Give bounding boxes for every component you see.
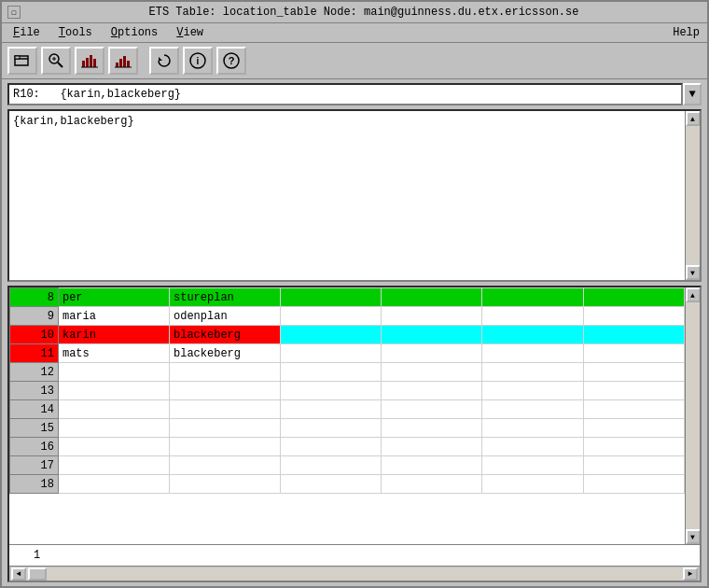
search-button[interactable]	[41, 47, 71, 75]
menu-view[interactable]: View	[173, 25, 207, 40]
svg-rect-8	[90, 55, 92, 67]
table-row: 9 maria odenplan	[10, 307, 685, 326]
table-container: 8 per stureplan 9 maria odenpla	[7, 286, 702, 582]
table-content: 8 per stureplan 9 maria odenpla	[9, 287, 685, 544]
svg-rect-1	[15, 56, 20, 59]
svg-rect-12	[119, 59, 122, 67]
cell-11-6	[583, 344, 684, 363]
row-num-16: 16	[10, 438, 59, 456]
cell-8-3	[281, 288, 382, 307]
cell-8-4	[382, 288, 482, 307]
table-row: 8 per stureplan	[10, 288, 685, 307]
table-scroll-area: 8 per stureplan 9 maria odenpla	[9, 287, 700, 544]
help-button[interactable]: ?	[216, 47, 246, 75]
menu-bar: File Tools Options View Help	[2, 23, 707, 43]
main-window: ☐ ETS Table: location_table Node: main@g…	[0, 0, 709, 588]
svg-line-3	[58, 63, 63, 67]
refresh-icon	[155, 51, 174, 70]
chart-icon	[80, 51, 99, 70]
cell-9-3	[281, 307, 382, 326]
table-row: 10 karin blackeberg	[10, 326, 685, 344]
info-button[interactable]: i	[183, 47, 213, 75]
info-icon: i	[188, 51, 207, 70]
question-icon: ?	[222, 51, 241, 70]
cell-10-1: karin	[58, 326, 169, 344]
cell-10-2: blackeberg	[169, 326, 280, 344]
cell-8-1: per	[58, 288, 169, 307]
menu-options[interactable]: Options	[107, 25, 161, 40]
cell-8-2: stureplan	[169, 288, 280, 307]
row-num-8: 8	[10, 288, 59, 307]
table-row: 15	[10, 419, 685, 438]
status-bar: 1	[9, 544, 700, 566]
row-num-15: 15	[10, 419, 59, 438]
svg-rect-14	[127, 61, 130, 67]
row-num-9: 9	[10, 307, 59, 326]
table-scroll-up-button[interactable]: ▲	[686, 287, 701, 302]
table-row: 14	[10, 400, 685, 419]
table-row: 12	[10, 363, 685, 382]
chart-button[interactable]	[75, 47, 104, 75]
cell-9-6	[583, 307, 684, 326]
hscroll-right-button[interactable]: ►	[683, 567, 698, 581]
cell-10-4	[382, 326, 482, 344]
cell-11-3	[281, 344, 382, 363]
row-num-11: 11	[10, 344, 59, 363]
menu-help[interactable]: Help	[669, 25, 703, 40]
refresh-button[interactable]	[149, 47, 179, 75]
cell-8-5	[482, 288, 583, 307]
cell-10-3	[281, 326, 382, 344]
table-scroll-down-button[interactable]: ▼	[686, 529, 701, 544]
bar-chart-icon	[114, 51, 132, 70]
row-num-13: 13	[10, 382, 59, 400]
combo-bar: ▼	[2, 79, 707, 109]
toolbar: i ?	[2, 43, 707, 79]
menu-tools[interactable]: Tools	[55, 25, 96, 40]
row-num-18: 18	[10, 475, 59, 494]
cell-8-6	[583, 288, 684, 307]
row-num-12: 12	[10, 363, 59, 382]
table-row: 17	[10, 456, 685, 475]
menu-file[interactable]: File	[9, 25, 44, 40]
svg-rect-6	[82, 61, 85, 67]
page-number: 1	[15, 547, 59, 564]
window-title: ETS Table: location_table Node: main@gui…	[26, 6, 702, 19]
row-num-14: 14	[10, 400, 59, 419]
cell-10-6	[583, 326, 684, 344]
chart2-button[interactable]	[108, 47, 138, 75]
table-row: 18	[10, 475, 685, 494]
table-row: 13	[10, 382, 685, 400]
title-bar: ☐ ETS Table: location_table Node: main@g…	[2, 2, 707, 23]
svg-rect-11	[116, 63, 118, 67]
hscroll-track[interactable]	[26, 567, 683, 581]
cell-9-5	[482, 307, 583, 326]
hscroll-left-button[interactable]: ◄	[11, 567, 26, 581]
horizontal-scrollbar: ◄ ►	[9, 566, 700, 581]
table-row: 11 mats blackeberg	[10, 344, 685, 363]
scroll-down-button[interactable]: ▼	[686, 265, 701, 280]
vertical-scrollbar: ▲ ▼	[685, 111, 700, 280]
row-num-10: 10	[10, 326, 59, 344]
search-icon	[47, 51, 65, 70]
window-icon[interactable]: ☐	[7, 6, 21, 19]
combo-dropdown-button[interactable]: ▼	[683, 83, 702, 105]
open-button[interactable]	[7, 47, 37, 75]
row-num-17: 17	[10, 456, 59, 475]
table-row: 16	[10, 438, 685, 456]
scroll-track[interactable]	[686, 126, 701, 265]
text-content: {karin,blackeberg}	[13, 115, 134, 128]
open-icon	[13, 51, 32, 70]
combo-input[interactable]	[7, 83, 683, 105]
table-vertical-scrollbar: ▲ ▼	[685, 287, 700, 544]
cell-9-2: odenplan	[169, 307, 280, 326]
svg-rect-7	[86, 58, 89, 67]
scroll-up-button[interactable]: ▲	[686, 111, 701, 126]
cell-9-4	[382, 307, 482, 326]
svg-marker-16	[159, 57, 162, 61]
table-scroll-track[interactable]	[686, 302, 701, 529]
cell-11-1: mats	[58, 344, 169, 363]
svg-rect-9	[93, 59, 96, 67]
cell-11-2: blackeberg	[169, 344, 280, 363]
cell-11-5	[482, 344, 583, 363]
hscroll-thumb[interactable]	[28, 567, 47, 581]
